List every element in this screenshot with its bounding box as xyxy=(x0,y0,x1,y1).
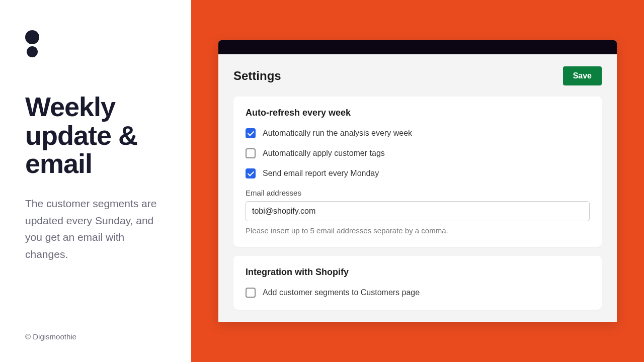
checkbox-icon[interactable] xyxy=(246,128,256,138)
email-addresses-label: Email addresses xyxy=(246,189,590,197)
app-preview-panel: Settings Save Auto-refresh every week Au… xyxy=(191,0,644,362)
option-run-analysis[interactable]: Automatically run the analysis every wee… xyxy=(246,128,590,138)
card-integration-shopify: Integration with Shopify Add customer se… xyxy=(233,256,602,310)
logo-dot-icon xyxy=(27,46,38,57)
card-auto-refresh: Auto-refresh every week Automatically ru… xyxy=(233,97,602,247)
checkbox-icon[interactable] xyxy=(246,148,256,158)
card-title: Auto-refresh every week xyxy=(246,108,590,118)
option-send-email[interactable]: Send email report every Monday xyxy=(246,168,590,178)
option-label: Automatically run the analysis every wee… xyxy=(263,129,412,138)
headline: Weekly update & email xyxy=(25,93,171,178)
brand-logo xyxy=(25,30,171,57)
checkbox-icon[interactable] xyxy=(246,288,256,298)
option-label: Add customer segments to Customers page xyxy=(263,288,420,297)
app-window: Settings Save Auto-refresh every week Au… xyxy=(218,40,617,322)
option-apply-tags[interactable]: Automatically apply customer tags xyxy=(246,148,590,158)
page-title: Settings xyxy=(233,69,281,83)
checkbox-icon[interactable] xyxy=(246,168,256,178)
logo-dot-icon xyxy=(25,30,39,44)
email-addresses-input[interactable] xyxy=(246,201,590,221)
app-topbar xyxy=(218,40,617,54)
subheadline: The customer segments are updated every … xyxy=(25,195,161,262)
app-header: Settings Save xyxy=(233,66,602,85)
save-button[interactable]: Save xyxy=(563,66,602,85)
marketing-sidebar: Weekly update & email The customer segme… xyxy=(0,0,191,362)
option-add-segments[interactable]: Add customer segments to Customers page xyxy=(246,288,590,298)
email-helper-text: Please insert up to 5 email addresses se… xyxy=(246,226,590,235)
copyright: © Digismoothie xyxy=(25,332,76,341)
app-body: Settings Save Auto-refresh every week Au… xyxy=(218,54,617,310)
option-label: Send email report every Monday xyxy=(263,169,379,178)
card-title: Integration with Shopify xyxy=(246,267,590,278)
option-label: Automatically apply customer tags xyxy=(263,149,385,158)
